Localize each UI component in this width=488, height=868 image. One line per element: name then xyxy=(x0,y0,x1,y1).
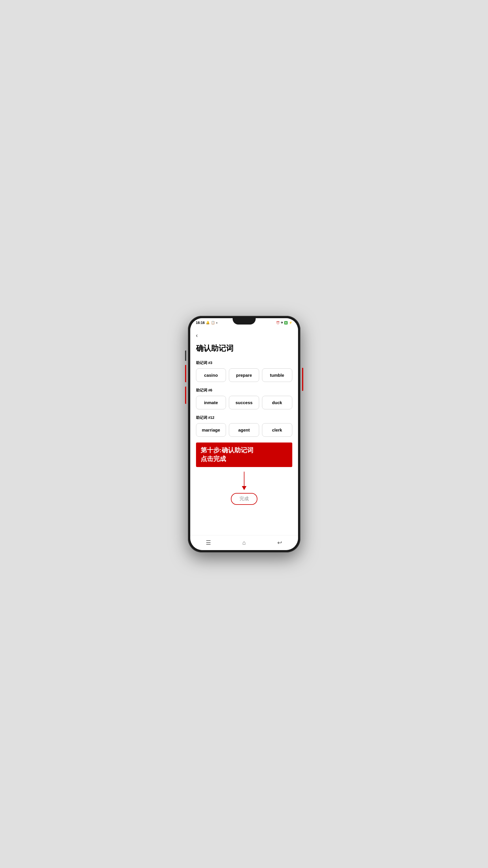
arrow-line xyxy=(244,472,245,486)
airplane-icon: ✈ xyxy=(281,321,283,324)
nav-home-icon[interactable]: ⌂ xyxy=(242,539,246,546)
back-button[interactable]: ‹ xyxy=(196,332,198,339)
nav-back-icon[interactable]: ↩ xyxy=(277,539,282,546)
word-group-3: casino prepare tumble xyxy=(196,368,292,382)
word-group-6: inmate success duck xyxy=(196,396,292,409)
section-label-12: 助记词 #12 xyxy=(196,415,292,420)
notification-icon: 🔔 xyxy=(206,321,210,324)
word-inmate[interactable]: inmate xyxy=(196,396,226,409)
nav-menu-icon[interactable]: ☰ xyxy=(206,539,211,546)
main-content: ‹ 确认助记词 助记词 #3 casino prepare tumble 助记词… xyxy=(190,328,298,535)
status-time: 16:16 xyxy=(196,321,205,325)
arrow-head xyxy=(242,486,247,490)
volume-mute-button xyxy=(185,350,186,361)
volume-down-button xyxy=(185,386,186,404)
section-label-6: 助记词 #6 xyxy=(196,388,292,393)
word-casino[interactable]: casino xyxy=(196,368,226,382)
finish-button[interactable]: 完成 xyxy=(231,493,257,505)
word-clerk[interactable]: clerk xyxy=(262,423,292,437)
annotation-text: 第十步:确认助记词点击完成 xyxy=(201,446,253,463)
section-label-3: 助记词 #3 xyxy=(196,360,292,366)
word-agent[interactable]: agent xyxy=(229,423,259,437)
dot-icon: • xyxy=(216,321,217,324)
status-left: 16:16 🔔 📋 • xyxy=(196,321,218,325)
alarm-icon: ⏰ xyxy=(276,321,280,324)
page-title: 确认助记词 xyxy=(196,343,292,353)
word-marriage[interactable]: marriage xyxy=(196,423,226,437)
word-tumble[interactable]: tumble xyxy=(262,368,292,382)
clipboard-icon: 📋 xyxy=(211,321,215,324)
word-group-12: marriage agent clerk xyxy=(196,423,292,437)
status-right-icons: ⏰ ✈ 6 ⚡ xyxy=(276,321,292,324)
annotation-box: 第十步:确认助记词点击完成 xyxy=(196,442,292,467)
volume-up-button xyxy=(185,365,186,382)
word-success[interactable]: success xyxy=(229,396,259,409)
phone-frame: 16:16 🔔 📋 • ⏰ ✈ 6 ⚡ ‹ 确认助记词 助记词 #3 xyxy=(188,316,300,552)
finish-button-row: 完成 xyxy=(196,493,292,505)
word-duck[interactable]: duck xyxy=(262,396,292,409)
battery-icon: 6 xyxy=(284,321,287,324)
flash-icon: ⚡ xyxy=(289,321,292,324)
power-button xyxy=(302,368,303,391)
phone-screen: 16:16 🔔 📋 • ⏰ ✈ 6 ⚡ ‹ 确认助记词 助记词 #3 xyxy=(190,318,298,550)
notch xyxy=(233,318,256,324)
word-prepare[interactable]: prepare xyxy=(229,368,259,382)
bottom-nav: ☰ ⌂ ↩ xyxy=(190,535,298,550)
annotation-arrow xyxy=(196,472,292,490)
